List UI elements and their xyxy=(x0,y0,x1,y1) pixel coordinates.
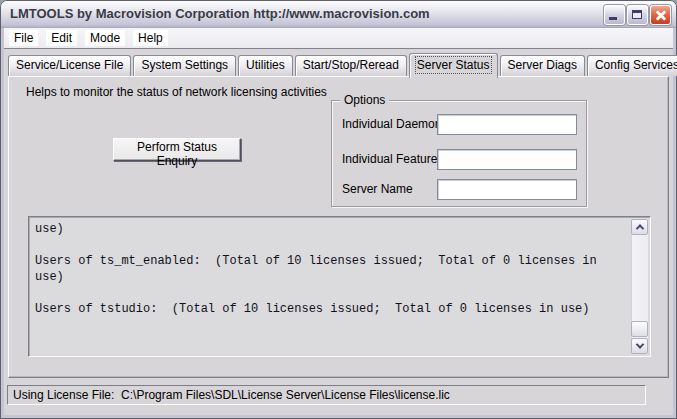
server-name-input[interactable] xyxy=(437,179,577,200)
scroll-down-button[interactable] xyxy=(631,338,648,354)
individual-feature-input[interactable] xyxy=(437,149,577,170)
tab-system-settings[interactable]: System Settings xyxy=(133,55,236,76)
scrollbar-thumb[interactable] xyxy=(631,321,648,337)
title-bar[interactable]: LMTOOLS by Macrovision Corporation http:… xyxy=(1,1,676,28)
status-bar: Using License File: C:\Program Files\SDL… xyxy=(7,385,646,405)
tab-strip: Service/License File System Settings Uti… xyxy=(8,52,677,76)
menu-file[interactable]: File xyxy=(9,30,38,46)
individual-feature-label: Individual Feature xyxy=(342,152,437,166)
close-icon xyxy=(651,6,670,24)
window-title: LMTOOLS by Macrovision Corporation http:… xyxy=(10,6,430,21)
tab-start-stop-reread[interactable]: Start/Stop/Reread xyxy=(295,55,407,76)
tab-utilities[interactable]: Utilities xyxy=(238,55,293,76)
chevron-down-icon xyxy=(635,340,643,348)
status-output-text: use) Users of ts_mt_enabled: (Total of 1… xyxy=(35,221,626,354)
output-line: use) xyxy=(35,221,626,237)
options-groupbox: Options Individual Daemon Individual Fea… xyxy=(331,100,587,207)
scroll-up-button[interactable] xyxy=(631,219,648,235)
vertical-scrollbar[interactable] xyxy=(631,219,648,354)
status-output-area[interactable]: use) Users of ts_mt_enabled: (Total of 1… xyxy=(28,216,651,357)
perform-status-enquiry-button[interactable]: Perform Status Enquiry xyxy=(113,138,241,161)
output-line: use) xyxy=(35,269,626,285)
page-description: Helps to monitor the status of network l… xyxy=(26,85,327,99)
server-name-label: Server Name xyxy=(342,182,413,196)
maximize-button[interactable] xyxy=(627,5,648,25)
individual-daemon-input[interactable] xyxy=(437,114,577,135)
minimize-icon xyxy=(609,17,617,20)
tab-server-status[interactable]: Server Status xyxy=(409,53,498,78)
menu-help[interactable]: Help xyxy=(133,30,168,46)
close-button[interactable] xyxy=(650,5,671,25)
menu-edit[interactable]: Edit xyxy=(46,30,77,46)
window-controls xyxy=(604,5,671,25)
lmtools-window: LMTOOLS by Macrovision Corporation http:… xyxy=(0,0,677,419)
chevron-up-icon xyxy=(635,224,643,232)
output-line: Users of tstudio: (Total of 10 licenses … xyxy=(35,301,626,317)
output-line: Users of ts_mt_enabled: (Total of 10 lic… xyxy=(35,253,626,269)
minimize-button[interactable] xyxy=(604,5,625,25)
menu-bar: File Edit Mode Help xyxy=(4,28,673,49)
tab-config-services[interactable]: Config Services xyxy=(587,55,677,76)
license-file-status-text: Using License File: C:\Program Files\SDL… xyxy=(13,388,450,402)
maximize-icon xyxy=(632,10,642,19)
output-line xyxy=(35,285,626,301)
tab-server-diags[interactable]: Server Diags xyxy=(500,55,585,76)
individual-daemon-label: Individual Daemon xyxy=(342,117,441,131)
tab-service-license-file[interactable]: Service/License File xyxy=(8,55,131,76)
output-line xyxy=(35,237,626,253)
menu-mode[interactable]: Mode xyxy=(85,30,125,46)
options-group-title: Options xyxy=(340,93,389,107)
